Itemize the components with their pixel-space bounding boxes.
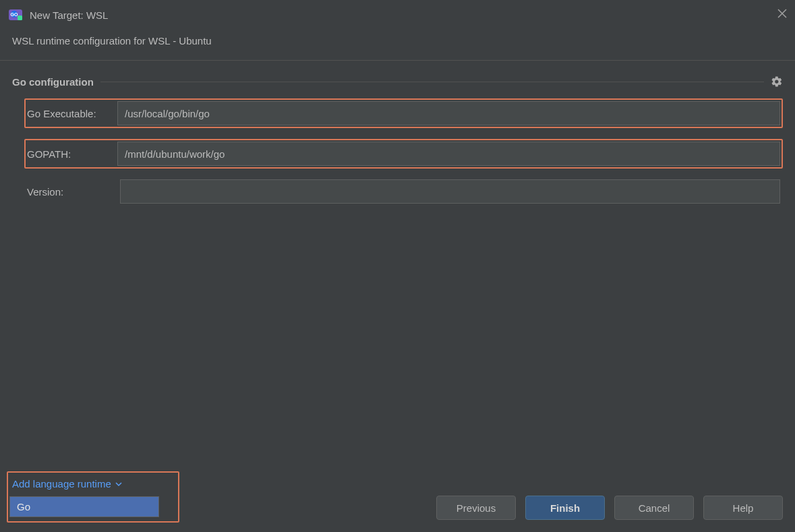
gopath-input[interactable] xyxy=(117,142,780,166)
gopath-label: GOPATH: xyxy=(27,148,117,160)
svg-text:GO: GO xyxy=(11,12,18,17)
previous-button[interactable]: Previous xyxy=(436,496,516,520)
svg-rect-3 xyxy=(18,16,22,20)
version-label: Version: xyxy=(27,186,120,198)
cancel-button[interactable]: Cancel xyxy=(614,496,694,520)
go-executable-row-highlight: Go Executable: xyxy=(24,98,783,128)
window-subtitle: WSL runtime configuration for WSL - Ubun… xyxy=(0,30,795,60)
dialog-buttons: Previous Finish Cancel Help xyxy=(12,496,783,520)
help-button[interactable]: Help xyxy=(703,496,783,520)
section-title: Go configuration xyxy=(12,76,94,88)
go-configuration-section: Go configuration Go Executable: GOPATH: … xyxy=(0,61,795,204)
add-language-runtime-link[interactable]: Add language runtime xyxy=(9,474,125,495)
close-icon[interactable] xyxy=(777,9,787,21)
version-input[interactable] xyxy=(120,179,780,204)
gear-icon[interactable] xyxy=(771,76,783,88)
titlebar: GO New Target: WSL xyxy=(0,0,795,30)
go-executable-label: Go Executable: xyxy=(27,108,117,119)
section-rule xyxy=(100,82,764,82)
app-icon: GO xyxy=(8,7,23,22)
chevron-down-icon xyxy=(115,480,123,488)
go-executable-input[interactable] xyxy=(117,101,780,125)
gopath-row-highlight: GOPATH: xyxy=(24,139,783,169)
window-title: New Target: WSL xyxy=(30,9,108,21)
finish-button[interactable]: Finish xyxy=(525,496,605,520)
add-language-runtime-label: Add language runtime xyxy=(12,478,111,490)
